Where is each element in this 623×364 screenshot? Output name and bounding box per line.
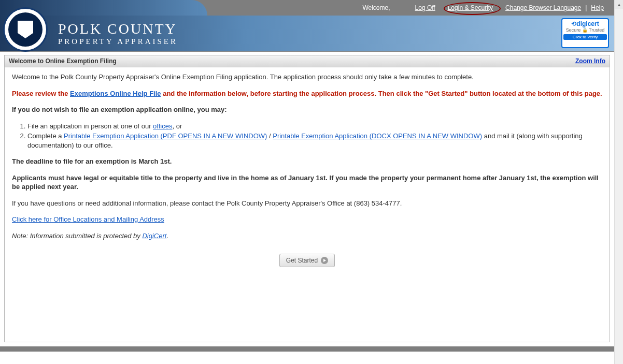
list-item: Complete a Printable Exemption Applicati… (27, 132, 602, 150)
brand-title-block: POLK COUNTY PROPERTY APPRAISER (58, 21, 178, 46)
arrow-right-icon (321, 257, 328, 264)
main-panel: Welcome to Online Exemption Filing Zoom … (4, 55, 610, 342)
zoom-info-link[interactable]: Zoom Info (575, 57, 605, 65)
panel-body: Welcome to the Polk County Property Appr… (5, 67, 610, 342)
panel-header: Welcome to Online Exemption Filing Zoom … (5, 55, 610, 67)
digicert-verify-button: Click to Verify (563, 34, 607, 40)
log-off-link[interactable]: Log Off (415, 4, 435, 11)
content-area: Welcome to Online Exemption Filing Zoom … (0, 52, 614, 346)
vertical-scrollbar[interactable]: ▴ (614, 0, 623, 352)
brand-subtitle: PROPERTY APPRAISER (58, 37, 178, 46)
list-item: File an application in person at one of … (27, 122, 602, 131)
alternative-list: File an application in person at one of … (27, 122, 602, 150)
login-security-link[interactable]: Login & Security (448, 4, 493, 11)
footer-bar (0, 346, 614, 352)
protection-note: Note: Information submitted is protected… (12, 231, 602, 241)
scroll-up-arrow-icon[interactable]: ▴ (615, 0, 623, 9)
get-started-button[interactable]: Get Started (279, 254, 335, 267)
brand-title: POLK COUNTY (58, 21, 178, 37)
topbar-links: Welcome, Log Off Login & Security Change… (358, 0, 608, 16)
digicert-link[interactable]: DigiCert (142, 232, 166, 240)
pdf-application-link[interactable]: Printable Exemption Application (PDF OPE… (64, 132, 267, 140)
county-seal (3, 7, 48, 52)
seal-shield-icon (18, 21, 33, 38)
help-file-link[interactable]: Exemptions Online Help File (70, 90, 161, 97)
header-banner: POLK COUNTY PROPERTY APPRAISER ⟲digicert… (0, 16, 614, 52)
review-notice: Please review the Exemptions Online Help… (12, 89, 602, 98)
docx-application-link[interactable]: Printable Exemption Application (DOCX OP… (273, 132, 482, 140)
digicert-logo-text: ⟲digicert (563, 20, 607, 27)
top-bar: Welcome, Log Off Login & Security Change… (0, 0, 614, 16)
welcome-text: Welcome, (362, 4, 390, 11)
deadline-text: The deadline to file for an exemption is… (12, 157, 602, 166)
offices-link[interactable]: offices (153, 122, 172, 130)
change-language-link[interactable]: Change Browser Language (505, 4, 581, 11)
login-security-wrapper: Login & Security (444, 4, 497, 11)
button-row: Get Started (12, 254, 602, 267)
alternative-heading: If you do not wish to file an exemption … (12, 105, 602, 114)
applicants-text: Applicants must have legal or equitable … (12, 173, 602, 192)
digicert-tagline: Secure 🔒 Trusted (563, 27, 607, 33)
get-started-label: Get Started (286, 257, 318, 264)
contact-text: If you have questions or need additional… (12, 199, 602, 208)
office-locations-link[interactable]: Click here for Office Locations and Mail… (12, 215, 164, 223)
help-link[interactable]: Help (591, 4, 604, 11)
separator: | (585, 4, 587, 11)
digicert-badge[interactable]: ⟲digicert Secure 🔒 Trusted Click to Veri… (561, 18, 609, 48)
intro-text: Welcome to the Polk County Property Appr… (12, 72, 602, 82)
panel-title: Welcome to Online Exemption Filing (9, 57, 117, 65)
